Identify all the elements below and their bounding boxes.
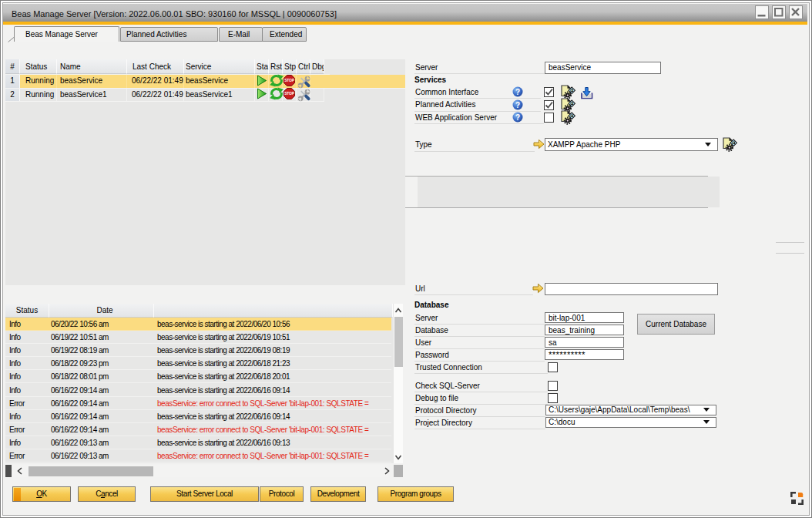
svg-text:?: ?	[515, 88, 520, 96]
svg-text:STOP: STOP	[284, 92, 294, 96]
svg-text:?: ?	[515, 113, 520, 122]
svg-text:STOP: STOP	[284, 79, 294, 82]
svg-text:?: ?	[515, 101, 520, 109]
